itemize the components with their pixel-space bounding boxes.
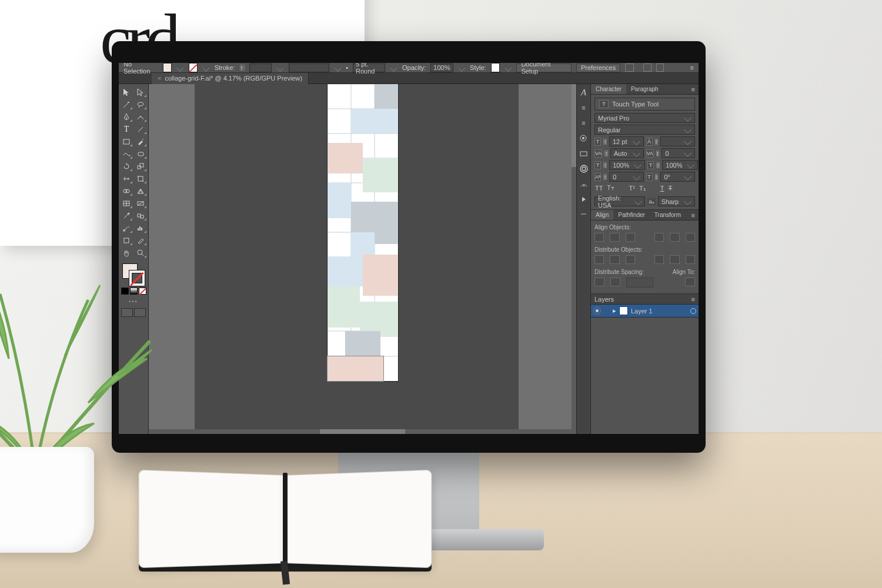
panel-icon[interactable]: ≡ [579, 103, 589, 112]
eyedropper-tool[interactable] [120, 210, 133, 221]
align-hcenter-icon[interactable] [610, 233, 619, 242]
tab-character[interactable]: Character [591, 84, 626, 94]
layer-name[interactable]: Layer 1 [631, 308, 653, 315]
dist-left-icon[interactable] [654, 255, 664, 264]
gradient-tool[interactable] [134, 198, 147, 209]
stepper[interactable]: ▴▾ [603, 139, 607, 145]
eraser-tool[interactable] [134, 148, 147, 159]
all-caps-icon[interactable]: TT [595, 185, 603, 192]
arrange-icon[interactable] [656, 64, 664, 72]
touch-type-tool-button[interactable]: TTouch Type Tool [594, 98, 695, 111]
antialias-field[interactable]: Sharp [658, 196, 695, 206]
panel-menu-icon[interactable]: ≡ [690, 64, 694, 71]
stepper[interactable]: ▴▾ [655, 174, 659, 180]
panel-menu-icon[interactable]: ≡ [688, 210, 699, 220]
symbol-sprayer-tool[interactable] [120, 222, 133, 233]
stepper[interactable]: ▴▾ [655, 139, 659, 145]
dropdown-icon[interactable] [505, 64, 512, 71]
panel-menu-icon[interactable]: ≡ [688, 84, 699, 94]
strikethrough-icon[interactable]: T [668, 185, 672, 192]
line-segment-tool[interactable] [134, 123, 147, 135]
language-field[interactable]: English: USA [594, 196, 645, 206]
preferences-button[interactable]: Preferences [576, 64, 620, 72]
column-graph-tool[interactable] [134, 222, 147, 233]
scale-tool[interactable] [134, 161, 147, 172]
stroke-swatch[interactable] [189, 63, 198, 72]
profile-field[interactable]: 5 pt. Round [353, 64, 385, 72]
font-size-field[interactable]: 12 pt [609, 136, 644, 146]
glyphs-panel-icon[interactable]: A [579, 88, 589, 97]
dropdown-icon[interactable] [458, 64, 465, 71]
tab-paragraph[interactable]: Paragraph [626, 84, 663, 94]
vertical-scrollbar[interactable] [572, 84, 576, 429]
stepper[interactable]: ▴▾ [603, 162, 607, 168]
direct-selection-tool[interactable] [134, 86, 147, 98]
fill-dropdown-icon[interactable] [176, 64, 183, 71]
width-tool[interactable] [120, 173, 133, 184]
subscript-icon[interactable]: T₁ [639, 185, 646, 192]
dist-hcenter-icon[interactable] [670, 255, 679, 264]
layer-row[interactable]: ▸ Layer 1 [591, 305, 699, 318]
mesh-tool[interactable] [120, 198, 133, 209]
brush-field[interactable] [289, 64, 329, 72]
visibility-toggle-icon[interactable] [593, 307, 601, 315]
shape-builder-tool[interactable] [120, 185, 133, 196]
align-left-icon[interactable] [594, 233, 604, 242]
tab-pathfinder[interactable]: Pathfinder [613, 210, 650, 220]
slice-tool[interactable] [134, 235, 147, 246]
font-style-field[interactable]: Regular [594, 125, 695, 135]
horizontal-scrollbar[interactable] [149, 429, 576, 434]
lasso-tool[interactable] [134, 99, 147, 110]
type-tool[interactable]: T [120, 123, 133, 135]
cc-libraries-icon[interactable] [579, 164, 589, 173]
document-tab[interactable]: × collage-grid-F.ai* @ 4.17% (RGB/GPU Pr… [152, 73, 309, 84]
blend-tool[interactable] [134, 210, 147, 221]
paintbrush-tool[interactable] [134, 136, 147, 147]
layers-title[interactable]: Layers [594, 296, 614, 303]
superscript-icon[interactable]: T¹ [629, 185, 635, 192]
small-caps-icon[interactable]: Tᴛ [607, 185, 614, 192]
align-to-selector[interactable] [685, 278, 695, 286]
free-transform-tool[interactable] [134, 173, 147, 184]
curvature-tool[interactable] [134, 111, 147, 122]
selection-tool[interactable] [120, 86, 133, 98]
stepper[interactable]: ▴▾ [656, 151, 660, 156]
perspective-grid-tool[interactable] [134, 185, 147, 196]
tab-transform[interactable]: Transform [650, 210, 686, 220]
dropdown-icon[interactable] [334, 64, 341, 71]
swatches-panel-icon[interactable] [579, 133, 589, 143]
align-bottom-icon[interactable] [686, 233, 695, 242]
dist-horizontal-space-icon[interactable] [610, 278, 620, 286]
char-rotation-field[interactable]: 0° [660, 172, 695, 182]
dropdown-icon[interactable] [276, 64, 283, 71]
document-setup-button[interactable]: Document Setup [516, 64, 572, 72]
stroke-weight-field[interactable] [249, 64, 272, 72]
brushes-panel-icon[interactable] [579, 149, 589, 158]
kerning-field[interactable]: Auto [610, 148, 644, 158]
tab-align[interactable]: Align [591, 210, 613, 220]
stepper[interactable]: ▴▾ [656, 162, 660, 168]
disclosure-icon[interactable]: ▸ [613, 307, 616, 315]
dist-vertical-space-icon[interactable] [594, 278, 604, 286]
style-swatch[interactable] [491, 63, 500, 72]
target-icon[interactable] [690, 308, 696, 314]
canvas-area[interactable] [149, 84, 576, 434]
fill-swatch[interactable] [163, 63, 172, 72]
baseline-shift-field[interactable]: 0 [609, 172, 643, 182]
rectangle-tool[interactable] [120, 136, 133, 147]
dist-top-icon[interactable] [594, 255, 604, 264]
dist-vcenter-icon[interactable] [610, 255, 619, 264]
leading-field[interactable] [660, 136, 695, 146]
color-themes-icon[interactable] [579, 179, 589, 189]
opacity-field[interactable]: 100% [430, 64, 453, 72]
align-vcenter-icon[interactable] [670, 233, 679, 242]
pen-tool[interactable] [120, 111, 133, 122]
magic-wand-tool[interactable] [120, 99, 133, 110]
horizontal-scale-field[interactable]: 100% [662, 160, 698, 170]
links-panel-icon[interactable] [579, 210, 589, 219]
panel-menu-icon[interactable]: ≡ [691, 296, 695, 303]
dist-bottom-icon[interactable] [626, 255, 635, 264]
panel-icon[interactable]: ≡ [579, 118, 589, 128]
stroke-weight-stepper[interactable]: ▴▾ [240, 65, 245, 71]
align-right-icon[interactable] [626, 233, 635, 242]
